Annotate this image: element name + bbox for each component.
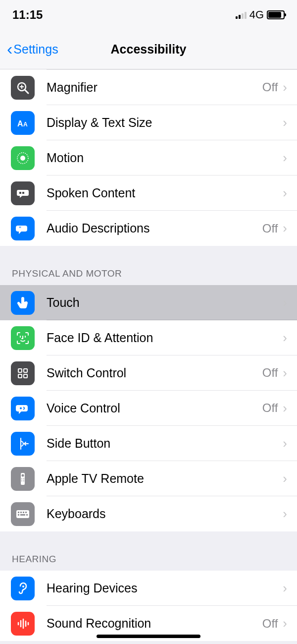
svg-rect-32 (20, 514, 25, 516)
chevron-right-icon: › (283, 436, 287, 451)
chevron-right-icon: › (283, 221, 287, 236)
svg-rect-30 (25, 512, 27, 513)
chevron-right-icon: › (283, 80, 287, 95)
chevron-right-icon: › (283, 115, 287, 130)
text-size-icon: AA (11, 111, 35, 135)
svg-point-21 (22, 474, 24, 476)
row-motion[interactable]: Motion › (0, 140, 297, 176)
magnifier-icon (11, 76, 35, 100)
row-label: Spoken Content (47, 186, 278, 200)
touch-icon (11, 291, 35, 315)
row-label: Audio Descriptions (47, 221, 262, 235)
svg-rect-28 (20, 512, 22, 513)
side-button-icon (11, 432, 35, 456)
section-hearing: Hearing Devices › Sound Recognition Off … (0, 571, 297, 641)
row-value: Off (262, 80, 278, 94)
battery-icon (267, 10, 285, 19)
svg-point-18 (20, 407, 22, 409)
nav-bar: ‹ Settings Accessibility (0, 30, 297, 69)
svg-rect-33 (26, 514, 28, 516)
chevron-right-icon: › (283, 401, 287, 416)
cellular-signal-icon (236, 11, 247, 19)
svg-point-34 (22, 585, 24, 587)
status-right: 4G (236, 8, 285, 21)
svg-rect-16 (18, 374, 22, 378)
sound-recognition-icon (11, 612, 35, 636)
row-audio-descriptions[interactable]: ” Audio Descriptions Off › (0, 211, 297, 246)
row-label: Apple TV Remote (47, 471, 278, 486)
svg-rect-17 (24, 374, 27, 378)
row-display-text-size[interactable]: AA Display & Text Size › (0, 105, 297, 140)
scroll-area[interactable]: VoiceOver › Magnifier Off › AA Display &… (0, 69, 297, 644)
voice-control-icon (11, 397, 35, 420)
status-bar: 11:15 4G (0, 0, 297, 30)
row-label: Motion (47, 151, 278, 165)
row-value: Off (262, 222, 278, 235)
hearing-icon (11, 577, 35, 600)
motion-icon (11, 146, 35, 170)
svg-point-8 (20, 156, 25, 161)
chevron-right-icon: › (283, 295, 287, 310)
svg-rect-29 (23, 512, 24, 513)
row-label: Sound Recognition (47, 616, 262, 631)
row-value: Off (262, 366, 278, 380)
row-voice-control[interactable]: Voice Control Off › (0, 391, 297, 426)
row-value: Off (262, 617, 278, 631)
audio-descriptions-icon: ” (11, 217, 35, 240)
row-label: Keyboards (47, 507, 278, 521)
row-label: Switch Control (47, 366, 262, 380)
row-label: Magnifier (47, 80, 262, 95)
row-label: Face ID & Attention (47, 331, 278, 345)
row-spoken-content[interactable]: Spoken Content › (0, 176, 297, 211)
row-label: Touch (47, 295, 278, 310)
svg-text:”: ” (19, 226, 21, 232)
switch-control-icon (11, 361, 35, 385)
row-hearing-devices[interactable]: Hearing Devices › (0, 571, 297, 606)
row-label: Voice Control (47, 401, 262, 415)
row-touch[interactable]: Touch › (0, 285, 297, 320)
chevron-right-icon: › (283, 185, 287, 201)
svg-point-25 (23, 480, 24, 481)
chevron-right-icon: › (283, 150, 287, 166)
svg-rect-10 (22, 192, 24, 194)
svg-line-2 (25, 90, 28, 93)
network-label: 4G (249, 8, 264, 21)
appletv-remote-icon (11, 467, 35, 491)
faceid-icon (11, 326, 35, 350)
row-label: Hearing Devices (47, 581, 278, 595)
row-label: Display & Text Size (47, 116, 278, 130)
section-header-physical: Physical and Motor (0, 246, 297, 285)
svg-point-23 (23, 478, 24, 479)
row-switch-control[interactable]: Switch Control Off › (0, 355, 297, 391)
section-physical: Touch › Face ID & Attention › Switch Con… (0, 285, 297, 531)
row-faceid[interactable]: Face ID & Attention › (0, 320, 297, 355)
row-value: Off (262, 401, 278, 415)
svg-text:A: A (17, 119, 23, 128)
chevron-right-icon: › (283, 581, 287, 596)
row-label: Side Button (47, 436, 278, 451)
svg-rect-14 (18, 369, 22, 372)
row-keyboards[interactable]: Keyboards › (0, 496, 297, 531)
section-vision: VoiceOver › Magnifier Off › AA Display &… (0, 69, 297, 246)
chevron-right-icon: › (283, 471, 287, 486)
row-appletv-remote[interactable]: Apple TV Remote › (0, 461, 297, 496)
keyboard-icon (11, 502, 35, 526)
svg-point-24 (21, 480, 22, 481)
chevron-right-icon: › (283, 506, 287, 522)
page-title: Accessibility (0, 42, 297, 57)
chevron-right-icon: › (283, 330, 287, 346)
chevron-right-icon: › (283, 616, 287, 631)
home-indicator (97, 635, 200, 638)
svg-rect-15 (24, 369, 27, 372)
section-header-hearing: Hearing (0, 531, 297, 571)
svg-point-22 (21, 478, 22, 479)
status-time: 11:15 (12, 8, 43, 22)
spoken-content-icon (11, 181, 35, 205)
row-magnifier[interactable]: Magnifier Off › (0, 70, 297, 105)
row-side-button[interactable]: Side Button › (0, 426, 297, 461)
svg-text:A: A (23, 121, 28, 128)
svg-rect-9 (19, 192, 21, 194)
svg-rect-31 (18, 514, 19, 516)
svg-rect-27 (18, 512, 19, 513)
chevron-right-icon: › (283, 365, 287, 381)
